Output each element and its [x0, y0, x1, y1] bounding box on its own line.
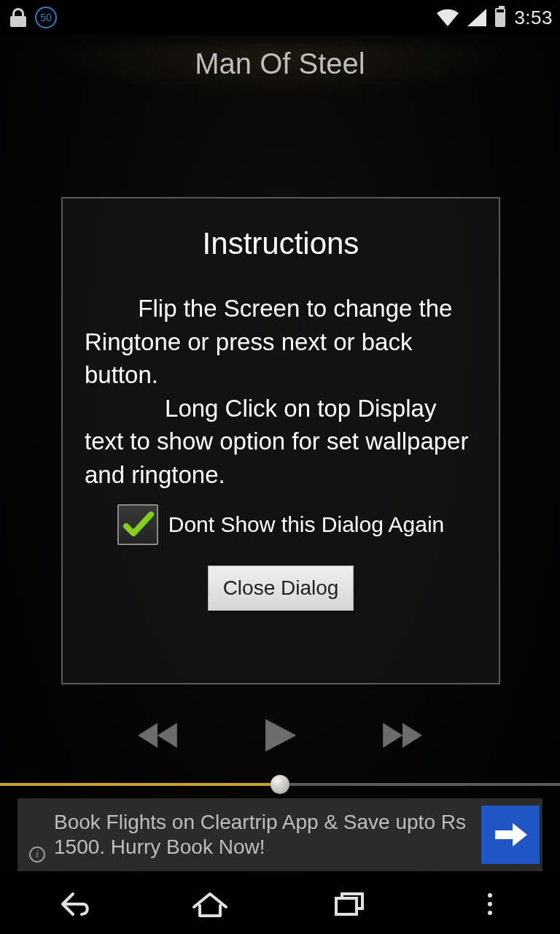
home-button[interactable] — [188, 886, 232, 922]
seek-bar[interactable] — [0, 771, 560, 798]
app-header: Man Of Steel — [0, 35, 560, 92]
battery-icon — [495, 8, 505, 27]
back-button[interactable] — [48, 886, 92, 922]
status-clock: 3:53 — [514, 7, 553, 29]
play-button[interactable] — [258, 714, 302, 757]
svg-rect-0 — [336, 898, 357, 914]
dialog-body-text: Flip the Screen to change the Ringtone o… — [85, 292, 477, 491]
ad-text: Book Flights on Cleartrip App & Save upt… — [54, 810, 481, 859]
menu-button[interactable] — [468, 886, 512, 922]
recent-apps-button[interactable] — [328, 886, 372, 922]
playback-controls — [0, 714, 560, 757]
system-nav-bar — [0, 874, 560, 934]
rewind-button[interactable] — [136, 714, 179, 757]
more-icon — [488, 893, 492, 915]
instructions-dialog: Instructions Flip the Screen to change t… — [61, 197, 500, 684]
status-bar: 50 3:53 — [0, 0, 560, 35]
dialog-title: Instructions — [85, 226, 477, 261]
ad-info-icon[interactable]: i — [29, 846, 45, 862]
ad-banner[interactable]: i Book Flights on Cleartrip App & Save u… — [18, 798, 542, 871]
fast-forward-button[interactable] — [381, 714, 424, 757]
speed-badge-icon: 50 — [35, 7, 57, 28]
seek-thumb[interactable] — [271, 775, 289, 794]
lock-icon — [10, 8, 26, 27]
close-dialog-button[interactable]: Close Dialog — [208, 566, 354, 611]
cell-signal-icon — [467, 9, 486, 26]
ad-arrow-button[interactable] — [481, 806, 540, 864]
dont-show-checkbox[interactable] — [117, 504, 158, 545]
wifi-icon — [437, 9, 459, 26]
dont-show-label: Dont Show this Dialog Again — [168, 512, 445, 537]
page-title[interactable]: Man Of Steel — [195, 47, 365, 80]
